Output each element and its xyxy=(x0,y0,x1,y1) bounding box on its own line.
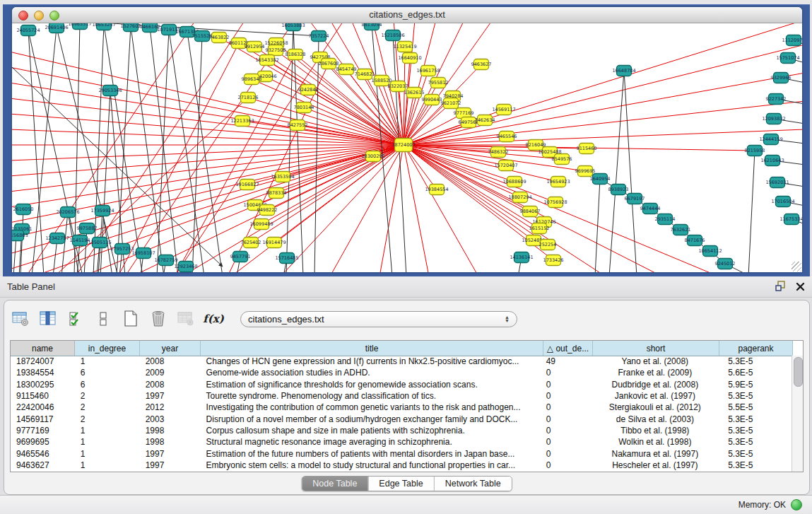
graph-node[interactable]: 9498222 xyxy=(257,205,278,216)
table-scrollbar[interactable] xyxy=(792,356,803,472)
network-graph[interactable]: 1872400774638229601128991295415226058932… xyxy=(12,23,802,272)
graph-node[interactable]: 9474444 xyxy=(640,204,661,214)
graph-node[interactable]: 7955812 xyxy=(428,78,449,88)
table-cell[interactable]: 2 xyxy=(75,414,140,424)
table-cell[interactable]: 5.3E-5 xyxy=(718,426,792,436)
graph-node[interactable]: 15720407 xyxy=(494,160,517,171)
graph-node[interactable]: 7357224 xyxy=(309,31,329,42)
table-row[interactable]: 977716911998Corpus callosum shape and si… xyxy=(11,425,792,436)
graph-node[interactable]: 2935114 xyxy=(655,214,676,225)
table-row[interactable]: 2242004622012Investigating the contribut… xyxy=(11,402,792,413)
table-cell[interactable]: 5.3E-5 xyxy=(718,437,792,447)
table-cell[interactable]: Hescheler et al. (1997) xyxy=(592,460,719,470)
table-cell[interactable]: 9465546 xyxy=(11,449,75,459)
graph-node[interactable]: 1615152 xyxy=(529,223,550,234)
table-cell[interactable]: 1 xyxy=(75,356,140,366)
table-cell[interactable]: 2008 xyxy=(140,380,201,390)
table-cell[interactable]: Genome-wide association studies in ADHD. xyxy=(201,368,543,378)
graph-node[interactable]: 9245012 xyxy=(715,259,736,269)
graph-node[interactable]: 10756928 xyxy=(543,197,567,208)
table-cell[interactable]: 18300295 xyxy=(11,380,75,390)
column-header-short[interactable]: short xyxy=(593,341,719,356)
scrollbar-thumb[interactable] xyxy=(794,357,803,387)
graph-node[interactable]: 10688609 xyxy=(502,177,526,187)
table-cell[interactable]: 2003 xyxy=(140,414,201,424)
table-cell[interactable]: 0 xyxy=(543,368,592,378)
graph-node[interactable]: 9699695 xyxy=(575,166,596,177)
table-cell[interactable]: Estimation of the future numbers of pati… xyxy=(201,449,543,459)
graph-node[interactable]: 8186328 xyxy=(286,49,306,60)
graph-node[interactable]: 10653257 xyxy=(92,23,115,30)
table-cell[interactable]: de Silva et al. (2003) xyxy=(592,414,719,424)
table-row[interactable]: 946554611997Estimation of the future num… xyxy=(11,448,792,459)
graph-node[interactable]: 6679197 xyxy=(625,194,645,204)
table-cell[interactable]: 9463627 xyxy=(11,460,75,470)
graph-node[interactable]: 24055724 xyxy=(16,25,40,36)
graph-node[interactable]: 19166827 xyxy=(235,180,259,190)
table-cell[interactable]: Tibbo et al. (1998) xyxy=(592,426,719,436)
table-cell[interactable]: 5.9E-5 xyxy=(718,380,792,390)
function-builder-icon[interactable]: f(x) xyxy=(204,310,223,328)
table-cell[interactable]: Nakamura et al. (1997) xyxy=(592,449,719,459)
table-cell[interactable]: 0 xyxy=(543,437,592,447)
unselect-all-icon[interactable] xyxy=(94,310,112,328)
table-cell[interactable]: 0 xyxy=(543,426,592,436)
table-cell[interactable]: Jankovic et al. (1997) xyxy=(592,391,719,401)
delete-table-icon[interactable] xyxy=(149,310,167,328)
graph-node[interactable]: 16914479 xyxy=(262,238,286,248)
graph-node[interactable]: 8878334 xyxy=(266,188,287,199)
table-cell[interactable]: 5.5E-5 xyxy=(718,402,792,412)
graph-node[interactable]: 18724007 xyxy=(392,139,415,152)
graph-node[interactable]: 16543382 xyxy=(255,55,278,66)
graph-node[interactable]: 15716485 xyxy=(275,253,298,264)
table-cell[interactable]: 2 xyxy=(75,402,140,412)
graph-node[interactable]: 9457791 xyxy=(230,252,251,262)
table-row[interactable]: 1938455462009Genome-wide association stu… xyxy=(11,367,792,378)
close-panel-icon[interactable] xyxy=(796,281,805,294)
graph-node[interactable]: 19654923 xyxy=(546,177,570,187)
graph-node[interactable]: 29053346 xyxy=(98,86,122,96)
table-cell[interactable]: Wolkin et al. (1998) xyxy=(592,437,719,447)
graph-node[interactable]: 10965517 xyxy=(68,23,91,30)
graph-node[interactable]: 1527602 xyxy=(121,23,141,32)
table-cell[interactable]: 1997 xyxy=(140,460,201,470)
resize-grip-icon[interactable] xyxy=(792,262,801,271)
table-mode-icon[interactable] xyxy=(11,310,30,328)
table-cell[interactable]: 1 xyxy=(75,460,140,470)
table-cell[interactable]: 0 xyxy=(543,402,592,412)
graph-node[interactable]: 8427552 xyxy=(288,120,308,131)
graph-node[interactable]: 9227342 xyxy=(766,94,787,105)
table-row[interactable]: 969969511998Structural magnetic resonanc… xyxy=(11,436,792,448)
table-cell[interactable]: 14569117 xyxy=(11,414,75,424)
graph-node[interactable]: 16958107 xyxy=(131,248,155,259)
graph-node[interactable]: 11120976 xyxy=(782,35,802,46)
graph-node[interactable]: 9621072 xyxy=(441,98,461,109)
table-cell[interactable]: Dudbridge et al. (2008) xyxy=(592,380,719,390)
table-cell[interactable]: Structural magnetic resonance image aver… xyxy=(201,437,543,447)
graph-node[interactable]: 12444159 xyxy=(759,134,782,145)
graph-node[interactable]: 2616050 xyxy=(13,204,34,215)
graph-node[interactable]: 9329966 xyxy=(771,73,792,83)
table-cell[interactable]: 22420046 xyxy=(11,402,75,412)
graph-node[interactable]: 16961758 xyxy=(416,66,440,76)
graph-node[interactable]: 9463627 xyxy=(471,59,492,70)
graph-node[interactable]: 8813054 xyxy=(362,23,382,30)
column-header-pagerank[interactable]: pagerank xyxy=(719,341,793,356)
table-cell[interactable]: 0 xyxy=(543,414,592,424)
table-cell[interactable]: 5.6E-5 xyxy=(718,368,792,378)
table-cell[interactable]: Changes of HCN gene expression and I(f) … xyxy=(201,356,543,366)
table-cell[interactable]: Yano et al. (2008) xyxy=(592,356,719,366)
graph-node[interactable]: 14136141 xyxy=(510,252,533,263)
table-cell[interactable]: Tourette syndrome. Phenomenology and cla… xyxy=(201,391,543,401)
table-cell[interactable]: Investigating the contribution of common… xyxy=(201,402,543,412)
graph-node[interactable]: 9884067 xyxy=(520,206,541,217)
graph-node[interactable]: 1640954 xyxy=(590,174,611,185)
graph-node[interactable]: 9990443 xyxy=(422,95,442,105)
select-all-icon[interactable] xyxy=(66,310,85,328)
graph-node[interactable]: 11325419 xyxy=(393,42,416,52)
graph-node[interactable]: 9912954 xyxy=(245,42,265,52)
table-cell[interactable]: 49 xyxy=(543,356,592,366)
graph-node[interactable]: 2718126 xyxy=(238,93,259,103)
table-row[interactable]: 1456911722003Disruption of a novel membe… xyxy=(11,413,792,424)
table-cell[interactable]: Estimation of significance thresholds fo… xyxy=(201,380,543,390)
